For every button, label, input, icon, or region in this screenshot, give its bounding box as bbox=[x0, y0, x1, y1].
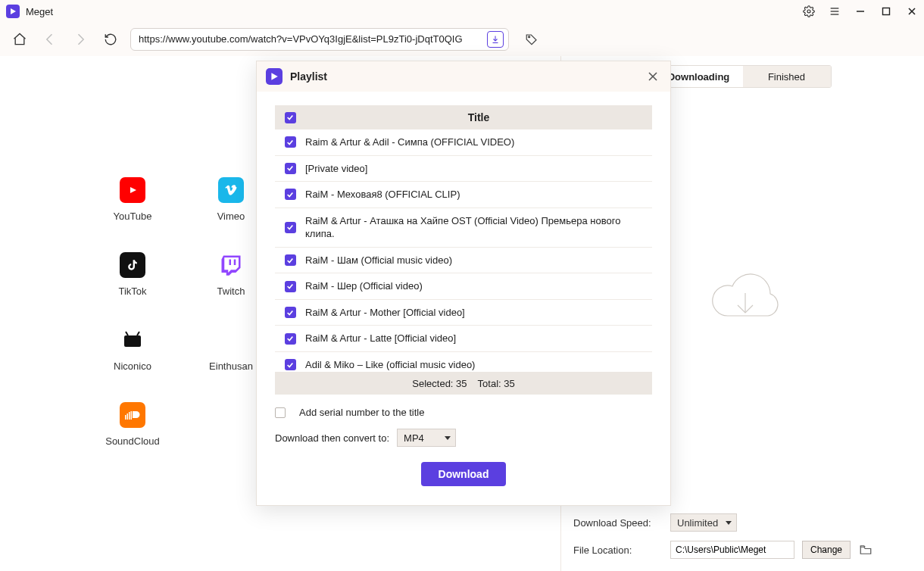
row-title: RaiM & Artur - Аташка на Хайпе OST (Offi… bbox=[305, 214, 649, 241]
source-label: Niconico bbox=[114, 360, 151, 372]
app-logo-icon bbox=[6, 5, 20, 18]
close-button[interactable] bbox=[904, 4, 919, 19]
convert-select[interactable]: MP4 bbox=[397, 429, 456, 447]
row-checkbox[interactable] bbox=[285, 189, 296, 200]
row-title: RaiM - Меховая8 (OFFICIAL CLIP) bbox=[305, 188, 649, 201]
svg-rect-15 bbox=[127, 413, 129, 420]
row-title: Raim & Artur & Adil - Симпа (OFFICIAL VI… bbox=[305, 136, 649, 149]
url-bar[interactable] bbox=[130, 28, 509, 51]
table-row[interactable]: RaiM - Шам (Official music video) bbox=[275, 248, 652, 274]
modal-title: Playlist bbox=[290, 70, 645, 83]
forward-button[interactable] bbox=[70, 29, 91, 50]
url-input[interactable] bbox=[139, 33, 487, 45]
reload-button[interactable] bbox=[100, 29, 121, 50]
row-checkbox[interactable] bbox=[285, 359, 296, 370]
speed-label: Download Speed: bbox=[573, 517, 663, 529]
source-niconico[interactable]: Niconico bbox=[83, 327, 182, 372]
app-title: Meget bbox=[26, 6, 801, 17]
total-label: Total: bbox=[478, 378, 501, 389]
row-checkbox[interactable] bbox=[285, 281, 296, 292]
convert-label: Download then convert to: bbox=[275, 432, 389, 444]
location-input[interactable] bbox=[670, 541, 794, 559]
settings-icon[interactable] bbox=[801, 4, 816, 19]
download-url-icon[interactable] bbox=[487, 31, 504, 48]
table-row[interactable]: RaiM & Artur - Mother [Official video] bbox=[275, 300, 652, 326]
modal-logo-icon bbox=[266, 68, 283, 85]
open-folder-icon[interactable] bbox=[858, 542, 873, 557]
right-tabs: Downloading Finished bbox=[654, 65, 832, 88]
selected-label: Selected: bbox=[412, 378, 453, 389]
row-checkbox[interactable] bbox=[285, 307, 296, 318]
source-label: YouTube bbox=[113, 211, 151, 222]
table-row[interactable]: RaiM - Меховая8 (OFFICIAL CLIP) bbox=[275, 182, 652, 208]
back-button[interactable] bbox=[39, 29, 61, 50]
minimize-button[interactable] bbox=[853, 4, 868, 19]
change-button[interactable]: Change bbox=[802, 541, 851, 559]
row-checkbox[interactable] bbox=[285, 163, 296, 174]
svg-rect-16 bbox=[129, 412, 130, 420]
row-checkbox[interactable] bbox=[285, 222, 296, 233]
selected-count: 35 bbox=[456, 378, 467, 389]
modal-close-button[interactable] bbox=[645, 68, 661, 85]
playlist-rows[interactable]: Raim & Artur & Adil - Симпа (OFFICIAL VI… bbox=[275, 129, 652, 372]
source-label: SoundCloud bbox=[105, 435, 160, 447]
total-count: 35 bbox=[504, 378, 514, 389]
source-label: Twitch bbox=[217, 286, 245, 297]
row-checkbox[interactable] bbox=[285, 254, 296, 266]
row-title: RaiM & Artur - Latte [Official video] bbox=[305, 332, 649, 345]
svg-rect-12 bbox=[234, 260, 236, 266]
row-checkbox[interactable] bbox=[285, 136, 296, 148]
download-button[interactable]: Download bbox=[421, 462, 506, 486]
source-youtube[interactable]: YouTube bbox=[83, 177, 182, 222]
table-row[interactable]: Adil & Miko – Like (official music video… bbox=[275, 352, 652, 372]
maximize-button[interactable] bbox=[879, 4, 894, 19]
svg-marker-18 bbox=[271, 73, 277, 80]
location-label: File Location: bbox=[573, 544, 663, 556]
tag-icon[interactable] bbox=[521, 29, 542, 50]
row-title: RaiM - Шам (Official music video) bbox=[305, 254, 649, 267]
svg-marker-0 bbox=[11, 8, 16, 14]
menu-icon[interactable] bbox=[827, 4, 842, 19]
svg-point-9 bbox=[529, 36, 530, 37]
svg-marker-10 bbox=[130, 187, 136, 193]
source-label: Vimeo bbox=[217, 211, 245, 222]
table-row[interactable]: RaiM - Шер (Official video) bbox=[275, 273, 652, 300]
table-row[interactable]: [Private video] bbox=[275, 156, 652, 183]
serial-checkbox[interactable]: Add serial number to the title bbox=[275, 407, 652, 418]
table-row[interactable]: RaiM & Artur - Latte [Official video] bbox=[275, 326, 652, 352]
svg-point-1 bbox=[807, 10, 810, 13]
table-row[interactable]: RaiM & Artur - Аташка на Хайпе OST (Offi… bbox=[275, 208, 652, 248]
svg-rect-17 bbox=[131, 411, 133, 420]
column-title: Title bbox=[305, 111, 652, 123]
tab-finished[interactable]: Finished bbox=[743, 66, 831, 87]
row-title: RaiM - Шер (Official video) bbox=[305, 279, 649, 293]
svg-rect-11 bbox=[229, 260, 232, 266]
source-label: TikTok bbox=[118, 286, 146, 297]
row-title: [Private video] bbox=[305, 162, 649, 176]
home-button[interactable] bbox=[9, 29, 30, 50]
table-row[interactable]: Raim & Artur & Adil - Симпа (OFFICIAL VI… bbox=[275, 129, 652, 156]
svg-rect-13 bbox=[124, 335, 141, 347]
cloud-download-icon bbox=[701, 270, 785, 331]
row-title: Adil & Miko – Like (official music video… bbox=[305, 358, 649, 372]
row-checkbox[interactable] bbox=[285, 333, 296, 345]
svg-rect-6 bbox=[883, 8, 890, 15]
speed-select[interactable]: Unlimited bbox=[670, 513, 737, 532]
source-soundcloud[interactable]: SoundCloud bbox=[83, 402, 182, 447]
source-label: Einthusan bbox=[209, 360, 253, 372]
playlist-modal: Playlist Title Raim & Artur & Adil - Сим… bbox=[256, 61, 671, 506]
svg-rect-14 bbox=[125, 415, 126, 420]
source-tiktok[interactable]: TikTok bbox=[83, 252, 182, 297]
row-title: RaiM & Artur - Mother [Official video] bbox=[305, 306, 649, 320]
select-all-checkbox[interactable] bbox=[285, 112, 296, 123]
